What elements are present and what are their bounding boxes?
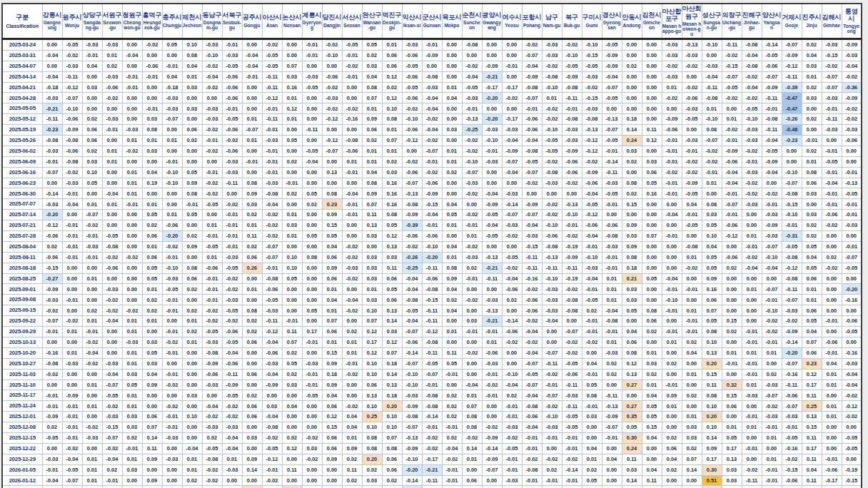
value-cell: 0.10 [182,412,202,422]
value-cell: -0.02 [302,432,322,443]
value-cell: 0.02 [382,475,402,486]
value-cell: 0.00 [702,188,722,199]
value-cell: -0.08 [422,390,442,401]
value-cell: -0.01 [122,82,142,93]
value-cell: -0.13 [842,178,862,188]
value-cell: -0.02 [702,146,722,156]
value-cell: -0.07 [322,146,342,156]
value-cell: -0.07 [762,390,782,401]
value-cell: 0.00 [742,454,762,464]
value-cell: -0.07 [602,82,622,93]
value-cell: -0.03 [222,167,242,178]
value-cell: 0.00 [622,390,642,401]
value-cell: 0.02 [502,390,522,401]
value-cell: 0.01 [642,347,662,358]
value-cell: -0.06 [202,369,222,380]
value-cell: 0.00 [122,284,142,295]
value-cell: -0.09 [482,454,502,464]
value-cell: 0.01 [242,284,262,295]
value-cell: 0.10 [702,422,722,433]
value-cell: -0.02 [562,39,582,51]
value-cell: 0.18 [622,114,642,125]
table-row: 2025-09-15-0.020.000.02-0.02-0.020.02-0.… [2,305,862,316]
value-cell: -0.05 [762,50,782,61]
date-cell: 2025-11-10 [2,380,42,390]
table-row: 2025-06-09-0.01-0.080.030.010.000.00-0.0… [2,156,862,167]
value-cell: 0.04 [362,167,382,178]
date-cell: 2025-12-15 [2,432,42,443]
value-cell: 0.02 [182,327,202,337]
table-row: 2025-11-100.000.000.01-0.070.050.09-0.02… [2,380,862,390]
value-cell: -0.03 [542,39,562,51]
value-cell: 0.01 [362,146,382,156]
value-cell: 0.00 [42,380,62,390]
value-cell: -0.01 [162,327,182,337]
value-cell: 0.04 [282,401,302,412]
value-cell: -0.03 [462,252,482,263]
value-cell: -0.23 [782,136,802,146]
value-cell: -0.02 [342,252,362,263]
value-cell: -0.06 [42,231,62,242]
value-cell: -0.02 [162,380,182,390]
value-cell: -0.18 [162,82,182,93]
value-cell: -0.14 [602,156,622,167]
value-cell: 0.00 [842,231,862,242]
value-cell: 0.00 [602,443,622,454]
value-cell: 0.00 [282,454,302,464]
value-cell: 0.00 [802,103,822,114]
value-cell: 0.00 [742,210,762,220]
value-cell: 0.02 [642,369,662,380]
value-cell: 0.00 [122,61,142,71]
value-cell: -0.05 [842,432,862,443]
table-row: 2025-06-16-0.07-0.020.100.000.010.04-0.1… [2,167,862,178]
value-cell: 0.00 [622,39,642,51]
value-cell: -0.08 [582,114,602,125]
value-cell: 0.04 [322,390,342,401]
value-cell: 0.03 [182,390,202,401]
value-cell: -0.10 [402,380,422,390]
value-cell: -0.03 [742,199,762,210]
value-cell: -0.02 [202,125,222,136]
value-cell: 0.08 [382,443,402,454]
value-cell: -0.05 [582,199,602,210]
value-cell: -0.02 [262,475,282,486]
value-cell: -0.01 [162,422,182,433]
value-cell: 0.00 [622,71,642,82]
column-label-en: Wonju [63,24,82,29]
value-cell: -0.11 [702,82,722,93]
date-cell: 2025-07-21 [2,220,42,231]
value-cell: 0.00 [282,412,302,422]
value-cell: -0.03 [222,252,242,263]
value-cell: -0.15 [722,61,742,71]
value-cell: -0.05 [482,210,502,220]
value-cell: -0.02 [482,422,502,433]
value-cell: 0.00 [182,295,202,305]
value-cell: -0.01 [742,443,762,454]
value-cell: -0.10 [162,167,182,178]
value-cell: -0.01 [542,432,562,443]
value-cell: -0.10 [702,39,722,51]
value-cell: -0.14 [422,412,442,422]
value-cell: 0.11 [282,464,302,475]
value-cell: -0.02 [542,199,562,210]
value-cell: 0.00 [82,369,102,380]
value-cell: -0.01 [302,380,322,390]
value-cell: -0.25 [402,263,422,273]
value-cell: 0.00 [162,199,182,210]
value-cell: 0.02 [802,39,822,51]
column-label-ko: 충주시 [163,14,182,21]
date-cell: 2025-09-08 [2,295,42,305]
value-cell: 0.01 [442,82,462,93]
value-cell: -0.01 [202,295,222,305]
value-cell: -0.04 [582,188,602,199]
value-cell: 0.16 [382,199,402,210]
value-cell: -0.05 [602,188,622,199]
value-cell: 0.00 [742,305,762,316]
value-cell: -0.06 [102,82,122,93]
value-cell: 0.00 [122,231,142,242]
value-cell: -0.08 [782,188,802,199]
value-cell: 0.06 [242,401,262,412]
table-row: 2025-04-070.00-0.030.040.020.00-0.06-0.0… [2,61,862,71]
value-cell: 0.00 [302,178,322,188]
value-cell: -0.01 [722,136,742,146]
